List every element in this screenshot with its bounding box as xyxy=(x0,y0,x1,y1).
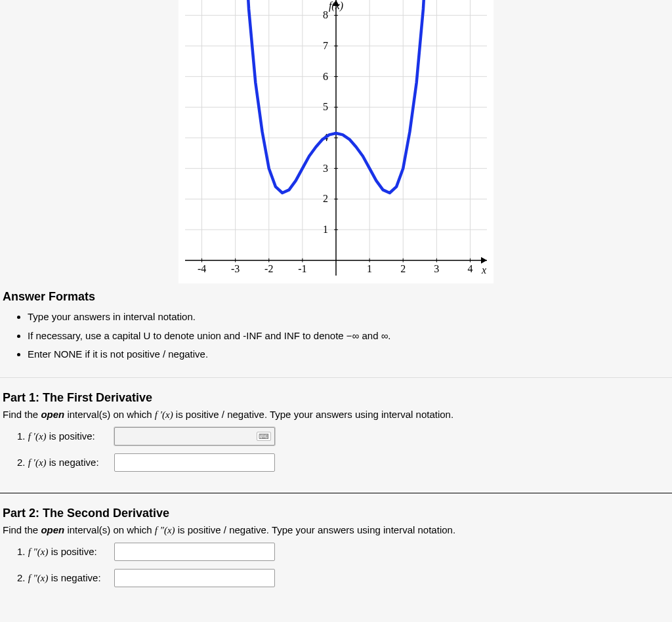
chart-svg: -4-3-2-1123412345678xf(x) xyxy=(178,0,494,283)
part1-prompt: Find the open interval(s) on which f ′(x… xyxy=(3,409,669,421)
function-graph: -4-3-2-1123412345678xf(x) xyxy=(178,0,494,283)
emph-word: open xyxy=(41,524,64,535)
math-fprime: f ′(x) xyxy=(155,409,173,420)
svg-text:1: 1 xyxy=(323,224,328,235)
svg-text:-4: -4 xyxy=(198,263,206,274)
answer-formats-heading: Answer Formats xyxy=(3,290,669,304)
svg-text:4: 4 xyxy=(467,263,472,274)
answer-formats-list: Type your answers in interval notation. … xyxy=(28,308,669,364)
part2-q2-label: 2. f ″(x) is negative: xyxy=(17,572,109,584)
part1-q2-label: 2. f ′(x) is negative: xyxy=(17,457,109,468)
part2-section: Part 2: The Second Derivative Find the o… xyxy=(0,500,672,602)
num: 1. xyxy=(17,430,28,442)
svg-text:1: 1 xyxy=(367,263,372,274)
text: is negative: xyxy=(49,572,101,583)
text: is negative: xyxy=(47,457,99,468)
svg-marker-18 xyxy=(481,257,487,264)
part1-q2-row: 2. f ′(x) is negative: xyxy=(17,453,669,472)
math: f ′(x) xyxy=(28,457,47,468)
part2-prompt: Find the open interval(s) on which f ″(x… xyxy=(3,524,669,536)
format-bullet: Type your answers in interval notation. xyxy=(28,308,669,327)
num: 2. xyxy=(17,457,28,468)
format-bullet: If necessary, use a capital U to denote … xyxy=(28,327,669,346)
keyboard-icon[interactable]: ⌨ xyxy=(257,432,271,441)
section-divider xyxy=(0,493,672,493)
text: is positive: xyxy=(47,430,95,442)
part2-q2-row: 2. f ″(x) is negative: xyxy=(17,569,669,587)
emph-word: open xyxy=(41,409,64,420)
svg-text:x: x xyxy=(481,264,486,276)
math: f ″(x) xyxy=(28,547,49,557)
svg-text:5: 5 xyxy=(323,101,328,112)
text: is positive / negative. Type your answer… xyxy=(175,524,455,535)
num: 1. xyxy=(17,546,28,557)
part2-q2-input[interactable] xyxy=(114,569,275,587)
section-divider xyxy=(0,377,672,378)
answer-formats-section: Answer Formats Type your answers in inte… xyxy=(0,283,672,371)
svg-text:3: 3 xyxy=(323,163,328,174)
part1-q2-input[interactable] xyxy=(114,453,275,472)
part2-q1-row: 1. f ″(x) is positive: xyxy=(17,543,669,561)
svg-text:6: 6 xyxy=(323,71,328,82)
part1-heading: Part 1: The First Derivative xyxy=(3,391,669,405)
text: Find the xyxy=(3,409,41,420)
part1-section: Part 1: The First Derivative Find the op… xyxy=(0,384,672,486)
text: is positive / negative. Type your answer… xyxy=(173,409,453,420)
svg-text:7: 7 xyxy=(323,40,328,51)
svg-text:3: 3 xyxy=(434,263,439,274)
part1-q1-label: 1. f ′(x) is positive: xyxy=(17,430,109,442)
svg-text:8: 8 xyxy=(323,9,328,20)
svg-text:-2: -2 xyxy=(264,263,273,274)
part1-q1-input[interactable] xyxy=(114,427,275,446)
math-fdouble: f ″(x) xyxy=(155,525,175,535)
num: 2. xyxy=(17,572,28,583)
svg-text:2: 2 xyxy=(323,193,328,204)
text: is positive: xyxy=(49,546,97,557)
text: interval(s) on which xyxy=(64,524,155,535)
part2-q1-label: 1. f ″(x) is positive: xyxy=(17,546,109,558)
svg-text:f(x): f(x) xyxy=(329,0,343,12)
format-bullet: Enter NONE if it is not positive / negat… xyxy=(28,345,669,364)
math: f ″(x) xyxy=(28,573,49,583)
part2-heading: Part 2: The Second Derivative xyxy=(3,507,669,520)
svg-text:2: 2 xyxy=(400,263,406,274)
part1-q1-row: 1. f ′(x) is positive: ⌨ xyxy=(17,427,669,446)
svg-text:-3: -3 xyxy=(231,263,240,274)
part2-q1-input[interactable] xyxy=(114,543,275,561)
text: Find the xyxy=(3,524,41,535)
text: interval(s) on which xyxy=(64,409,155,420)
svg-text:-1: -1 xyxy=(298,263,306,274)
math: f ′(x) xyxy=(28,431,47,442)
